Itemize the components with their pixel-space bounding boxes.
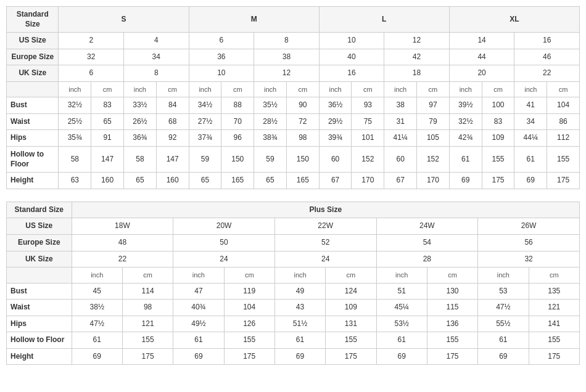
waist-26.5-inch: 26½ [124, 113, 157, 130]
unit-cm-1: cm [91, 81, 124, 97]
plus-htf-155-2: 155 [224, 332, 274, 349]
bust-row: Bust 32½ 83 33½ 84 34½ 88 35½ 90 36½ 93 … [7, 97, 580, 114]
plus-eu-54: 54 [376, 235, 478, 251]
plus-standard-size-header: Standard Size [7, 202, 72, 218]
plus-h-69-5: 69 [478, 348, 529, 365]
plus-waist-115: 115 [427, 300, 477, 316]
eu-42: 42 [384, 49, 450, 65]
plus-height-label: Height [7, 348, 72, 365]
us-size-12: 12 [384, 33, 450, 49]
unit-inch-4: inch [254, 81, 287, 97]
waist-68-cm: 68 [156, 113, 189, 130]
us-size-10: 10 [319, 33, 384, 49]
plus-hips-51.5: 51½ [274, 316, 325, 332]
plus-unit-inch-2: inch [173, 267, 224, 283]
standard-size-table: Standard Size S M L XL US Size 2 4 6 8 1… [6, 6, 580, 189]
uk-22: 22 [514, 65, 580, 82]
plus-us-26w: 26W [478, 218, 580, 235]
us-size-2: 2 [59, 33, 124, 49]
h-175-1-cm: 175 [482, 173, 514, 189]
plus-waist-45.25: 45¼ [376, 300, 427, 316]
plus-h-175-5: 175 [529, 348, 579, 365]
uk-20: 20 [449, 65, 514, 82]
plus-unit-inch-1: inch [72, 267, 122, 283]
plus-hips-131: 131 [326, 316, 376, 332]
uk-12: 12 [254, 65, 320, 82]
plus-bust-49: 49 [274, 283, 325, 300]
hips-label: Hips [7, 130, 59, 147]
plus-europe-size-label: Europe Size [7, 235, 72, 251]
htf-59-2-inch: 59 [254, 147, 287, 173]
uk-16: 16 [319, 65, 384, 82]
waist-29.5-inch: 29½ [319, 113, 352, 130]
uk-size-label: UK Size [7, 65, 59, 82]
unit-inch-7: inch [449, 81, 482, 97]
xl-header: XL [449, 7, 579, 33]
plus-h-175-1: 175 [122, 348, 173, 365]
plus-hips-label: Hips [7, 316, 72, 332]
plus-us-18w: 18W [72, 218, 173, 235]
plus-hips-136: 136 [427, 316, 477, 332]
l-header: L [319, 7, 449, 33]
height-row: Height 63 160 65 160 65 165 65 165 67 17… [7, 173, 580, 189]
plus-htf-61-3: 61 [274, 332, 325, 349]
m-header: M [189, 7, 319, 33]
htf-61-2-inch: 61 [514, 147, 547, 173]
us-size-14: 14 [449, 33, 514, 49]
plus-unit-inch-5: inch [478, 267, 529, 283]
hips-37.75-inch: 37¾ [189, 130, 221, 147]
unit-cm-4: cm [286, 81, 319, 97]
h-67-2-inch: 67 [384, 173, 417, 189]
plus-bust-124: 124 [326, 283, 376, 300]
bust-90-cm: 90 [286, 97, 319, 114]
plus-uk-22: 22 [72, 251, 173, 267]
hips-41.25-inch: 41¼ [384, 130, 417, 147]
plus-hips-126: 126 [224, 316, 274, 332]
unit-cm-3: cm [221, 81, 254, 97]
plus-bust-47: 47 [173, 283, 224, 300]
plus-us-24w: 24W [376, 218, 478, 235]
htf-61-1-inch: 61 [449, 147, 482, 173]
plus-waist-40.75: 40¾ [173, 300, 224, 316]
h-63-inch: 63 [59, 173, 91, 189]
eu-32: 32 [59, 49, 124, 65]
us-size-8: 8 [254, 33, 320, 49]
us-size-label: US Size [7, 33, 59, 49]
htf-58-2-inch: 58 [124, 147, 157, 173]
empty-unit-label [7, 81, 59, 97]
plus-hips-121: 121 [122, 316, 173, 332]
hips-36.75-inch: 36¾ [124, 130, 157, 147]
waist-86-cm: 86 [547, 113, 580, 130]
h-69-1-inch: 69 [449, 173, 482, 189]
htf-147-1-cm: 147 [91, 147, 124, 173]
plus-hollow-to-floor-label: Hollow to Floor [7, 332, 72, 349]
h-65-2-inch: 65 [189, 173, 221, 189]
plus-uk-32: 32 [478, 251, 580, 267]
waist-27.5-inch: 27½ [189, 113, 221, 130]
hips-44.25-inch: 44¼ [514, 130, 547, 147]
bust-38-inch: 38 [384, 97, 417, 114]
h-170-2-cm: 170 [417, 173, 450, 189]
unit-inch-5: inch [319, 81, 352, 97]
hips-101-cm: 101 [352, 130, 384, 147]
htf-60-2-inch: 60 [384, 147, 417, 173]
plus-eu-52: 52 [274, 235, 376, 251]
plus-bust-119: 119 [224, 283, 274, 300]
uk-8: 8 [124, 65, 189, 82]
hips-92-cm: 92 [156, 130, 189, 147]
plus-h-69-3: 69 [274, 348, 325, 365]
h-69-2-inch: 69 [514, 173, 547, 189]
plus-eu-56: 56 [478, 235, 580, 251]
eu-46: 46 [514, 49, 580, 65]
htf-60-1-inch: 60 [319, 147, 352, 173]
plus-waist-104: 104 [224, 300, 274, 316]
plus-unit-inch-3: inch [274, 267, 325, 283]
plus-bust-45: 45 [72, 283, 122, 300]
waist-79-cm: 79 [417, 113, 450, 130]
plus-hollow-to-floor-row: Hollow to Floor 61 155 61 155 61 155 61 … [7, 332, 580, 349]
h-67-1-inch: 67 [319, 173, 352, 189]
plus-hips-53.5: 53½ [376, 316, 427, 332]
hips-98-cm: 98 [286, 130, 319, 147]
waist-65-cm: 65 [91, 113, 124, 130]
plus-unit-cm-2: cm [224, 267, 274, 283]
